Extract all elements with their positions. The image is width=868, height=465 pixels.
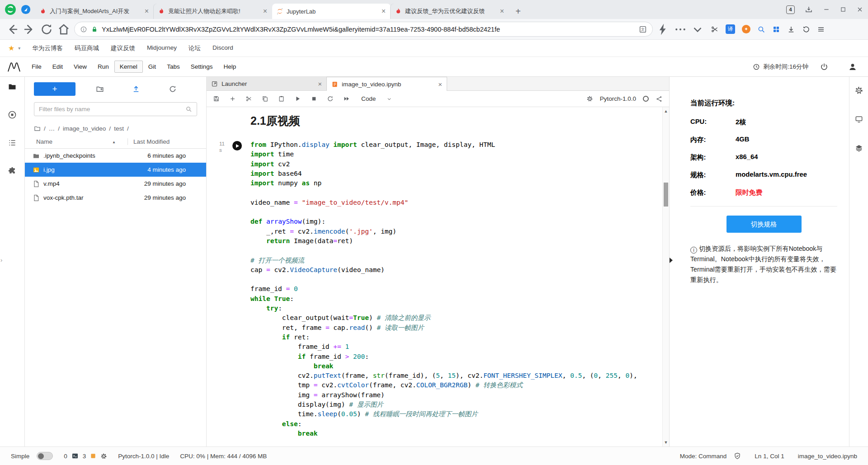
add-icon[interactable] bbox=[229, 95, 236, 102]
tab-close-icon[interactable]: × bbox=[262, 8, 268, 15]
new-tab-button[interactable]: + bbox=[512, 5, 524, 18]
trust-shield-icon[interactable] bbox=[734, 452, 741, 460]
left-collapse-handle[interactable]: › bbox=[0, 257, 2, 263]
bookmark-star-icon[interactable]: ★ bbox=[8, 44, 14, 52]
scroll-down-icon[interactable]: ▼ bbox=[663, 440, 669, 445]
menu-kernel[interactable]: Kernel bbox=[114, 61, 143, 73]
kernels-count[interactable]: 3 bbox=[83, 453, 86, 460]
terminals-count[interactable]: 0 bbox=[64, 453, 67, 460]
site-info-icon[interactable] bbox=[80, 26, 87, 33]
layers-icon[interactable] bbox=[854, 144, 863, 153]
tab-close-icon[interactable]: × bbox=[318, 80, 322, 88]
extensions-icon[interactable] bbox=[8, 166, 17, 175]
file-row[interactable]: vox-cpk.pth.tar29 minutes ago bbox=[25, 191, 206, 205]
restart-icon[interactable] bbox=[327, 95, 334, 102]
scrollbar-thumb[interactable] bbox=[664, 183, 668, 207]
scroll-up-icon[interactable]: ▲ bbox=[663, 109, 669, 113]
collapse-right-panel-icon[interactable] bbox=[670, 258, 673, 263]
bookmark-item[interactable]: 华为云博客 bbox=[32, 44, 63, 52]
browser-logo-icon[interactable] bbox=[5, 4, 16, 15]
reload-icon[interactable] bbox=[40, 23, 53, 36]
breadcrumb-item[interactable]: image_to_video bbox=[63, 125, 106, 132]
search-icon[interactable] bbox=[757, 25, 765, 33]
chevron-down-icon[interactable]: ▾ bbox=[18, 46, 20, 51]
menu-view[interactable]: View bbox=[68, 61, 92, 73]
extensions-more-icon[interactable] bbox=[674, 23, 687, 36]
stop-icon[interactable] bbox=[311, 95, 317, 102]
page-translate-icon[interactable]: 文 bbox=[639, 25, 647, 33]
bookmark-item[interactable]: Discord bbox=[212, 44, 233, 52]
new-launcher-button[interactable]: + bbox=[34, 82, 75, 96]
command-mode-indicator[interactable]: Mode: Command bbox=[680, 453, 727, 460]
bookmark-item[interactable]: 码豆商城 bbox=[75, 44, 99, 52]
tab-count-badge[interactable]: 4 bbox=[786, 5, 795, 14]
url-text[interactable]: YxLzlwMjEvR0FOL2ltYWdlX3RvX3ZpZGVvL2ltYW… bbox=[102, 26, 635, 33]
upload-icon[interactable] bbox=[132, 85, 140, 93]
save-icon[interactable] bbox=[213, 95, 220, 102]
settings-icon[interactable] bbox=[854, 86, 863, 95]
switch-spec-button[interactable]: 切换规格 bbox=[726, 216, 802, 233]
menu-git[interactable]: Git bbox=[143, 61, 161, 73]
back-icon[interactable] bbox=[5, 23, 19, 36]
assistant-icon[interactable]: ✦ bbox=[742, 25, 750, 33]
menu-help[interactable]: Help bbox=[218, 61, 241, 73]
download-icon[interactable] bbox=[787, 25, 795, 33]
column-last-modified[interactable]: Last Modified bbox=[127, 138, 206, 145]
tab-close-icon[interactable]: × bbox=[144, 8, 150, 15]
power-icon[interactable] bbox=[820, 63, 828, 71]
browser-tab[interactable]: 建议反馈_华为云优化建议反馈× bbox=[391, 4, 509, 19]
download-manager-icon[interactable] bbox=[805, 5, 813, 14]
cut-icon[interactable] bbox=[245, 95, 252, 102]
sort-ascending-icon[interactable]: ▲ bbox=[112, 140, 116, 144]
breadcrumb-item[interactable]: test bbox=[114, 125, 124, 132]
home-icon[interactable] bbox=[57, 23, 71, 36]
apps-grid-icon[interactable] bbox=[772, 25, 780, 33]
history-icon[interactable] bbox=[802, 25, 810, 33]
menu-run[interactable]: Run bbox=[92, 61, 114, 73]
tab-close-icon[interactable]: × bbox=[499, 8, 505, 15]
browser-tab[interactable]: 竟能让照片人物动起来唱歌!× bbox=[154, 4, 272, 19]
breadcrumb-item[interactable]: … bbox=[49, 125, 55, 132]
toolbar-collapse-icon[interactable] bbox=[691, 23, 704, 36]
toc-icon[interactable] bbox=[8, 138, 17, 147]
scissors-icon[interactable] bbox=[711, 25, 719, 33]
tab-close-icon[interactable]: × bbox=[381, 8, 387, 15]
kernel-gear-icon[interactable] bbox=[586, 95, 593, 102]
user-icon[interactable] bbox=[848, 62, 857, 71]
pinned-tab-icon[interactable] bbox=[21, 5, 31, 14]
code-cell[interactable]: 11 s from IPython.display import clear_o… bbox=[207, 140, 662, 438]
minimize-icon[interactable] bbox=[823, 6, 830, 13]
run-icon[interactable] bbox=[294, 95, 301, 102]
bookmark-item[interactable]: 建议反馈 bbox=[111, 44, 135, 52]
sessions-gear-icon[interactable] bbox=[100, 453, 107, 460]
copy-icon[interactable] bbox=[262, 95, 269, 102]
kernel-status-icon[interactable] bbox=[643, 96, 649, 102]
document-tab[interactable]: image_to_video.ipynb× bbox=[327, 77, 447, 91]
simple-mode-toggle[interactable] bbox=[37, 452, 53, 460]
running-icon[interactable] bbox=[8, 110, 17, 119]
files-icon[interactable] bbox=[8, 82, 17, 91]
address-bar[interactable]: YxLzlwMjEvR0FOL2ltYWdlX3RvX3ZpZGVvL2ltYW… bbox=[74, 22, 653, 37]
quick-access-icon[interactable] bbox=[656, 23, 670, 36]
menu-edit[interactable]: Edit bbox=[47, 61, 68, 73]
cell-type-dropdown[interactable]: Code bbox=[361, 95, 392, 102]
share-icon[interactable] bbox=[656, 95, 663, 103]
breadcrumb-root-icon[interactable] bbox=[34, 125, 41, 132]
translate-icon[interactable]: 译 bbox=[726, 24, 735, 34]
file-row[interactable]: v.mp429 minutes ago bbox=[25, 177, 206, 191]
tab-close-icon[interactable]: × bbox=[438, 80, 442, 88]
refresh-icon[interactable] bbox=[169, 85, 177, 93]
filter-files-input[interactable]: Filter files by name bbox=[34, 102, 197, 116]
forward-icon[interactable] bbox=[23, 23, 36, 36]
fast-forward-icon[interactable] bbox=[343, 95, 350, 102]
file-row[interactable]: i.jpg4 minutes ago bbox=[25, 163, 206, 177]
kernel-status[interactable]: Pytorch-1.0.0 | Idle bbox=[118, 453, 169, 460]
cursor-position[interactable]: Ln 1, Col 1 bbox=[755, 453, 784, 460]
maximize-icon[interactable] bbox=[840, 6, 846, 13]
kernel-name[interactable]: Pytorch-1.0.0 bbox=[600, 95, 636, 102]
document-tab[interactable]: Launcher× bbox=[207, 77, 327, 90]
code-editor[interactable]: from IPython.display import clear_output… bbox=[250, 140, 662, 438]
paste-icon[interactable] bbox=[278, 95, 285, 102]
close-icon[interactable] bbox=[856, 6, 863, 13]
bookmark-item[interactable]: Midjourney bbox=[147, 44, 177, 52]
